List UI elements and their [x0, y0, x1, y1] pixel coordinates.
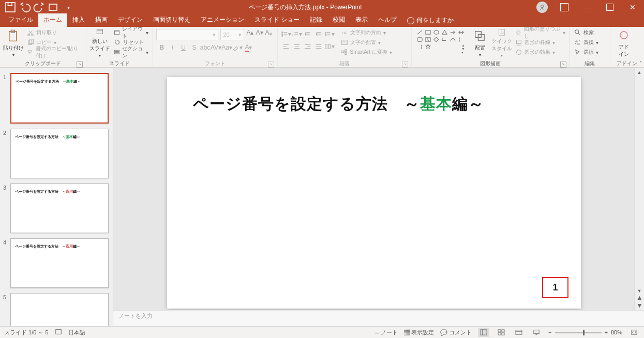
increase-indent-icon[interactable]	[313, 29, 324, 39]
strike-icon[interactable]: S	[189, 42, 199, 53]
italic-icon[interactable]: I	[167, 42, 177, 53]
font-size-select[interactable]: 20▾	[220, 29, 244, 40]
shape-roundrect-icon[interactable]	[416, 36, 423, 42]
shadow-icon[interactable]: abc	[200, 42, 210, 53]
justify-icon[interactable]	[313, 41, 324, 52]
vertical-scrollbar[interactable]: ▲ ▼ ⯅ ⯆	[634, 68, 644, 310]
slide-canvas[interactable]: ページ番号を設定する方法 ～基本編～ 1	[167, 77, 581, 309]
close-icon[interactable]: ✕	[621, 0, 644, 14]
bold-icon[interactable]: B	[156, 42, 167, 53]
start-from-beginning-icon[interactable]	[48, 1, 60, 13]
display-settings-button[interactable]: ▦ 表示設定	[404, 329, 434, 336]
text-direction-button[interactable]: ↕A文字列の方向 ▾	[340, 28, 393, 37]
minimize-icon[interactable]: ―	[576, 0, 598, 14]
shape-textbox-icon[interactable]: A	[424, 36, 431, 42]
addins-button[interactable]: アド イン	[613, 28, 634, 58]
shape-star-icon[interactable]	[424, 43, 431, 50]
gallery-up-icon[interactable]: ▲	[461, 43, 468, 47]
sorter-view-icon[interactable]	[496, 328, 507, 337]
fit-window-icon[interactable]	[628, 328, 640, 337]
line-spacing-icon[interactable]: ▾	[324, 29, 335, 39]
thumbnail-slide-3[interactable]: 3ページ番号を設定する方法 ～応用編～	[3, 183, 109, 233]
shape-doublearrow-icon[interactable]	[457, 29, 465, 35]
font-dialog-icon[interactable]: ↘	[268, 62, 274, 68]
shape-effects-button[interactable]: 図形の効果 ▾	[514, 48, 566, 57]
section-button[interactable]: セクション ▾	[113, 48, 150, 57]
notes-toggle[interactable]: ≐ ノート	[375, 329, 398, 336]
smartart-button[interactable]: SmartArt に変換 ▾	[340, 48, 393, 57]
cut-button[interactable]: 切り取り	[26, 28, 83, 37]
slide-indicator[interactable]: スライド 1/0 ～ 5	[4, 329, 49, 336]
zoom-out-icon[interactable]: −	[548, 329, 551, 335]
scroll-down-icon[interactable]: ▼	[637, 288, 642, 294]
align-right-icon[interactable]	[303, 41, 313, 52]
decrease-indent-icon[interactable]	[303, 29, 313, 39]
shape-ellipse-icon[interactable]	[432, 29, 440, 35]
notes-pane[interactable]: ノートを入力	[113, 310, 644, 326]
comments-button[interactable]: 💬 コメント	[440, 329, 472, 336]
drawing-dialog-icon[interactable]: ↘	[560, 62, 566, 68]
zoom-in-icon[interactable]: +	[605, 329, 608, 335]
tab-view[interactable]: 表示	[350, 13, 373, 27]
tab-review[interactable]: 校閲	[327, 13, 350, 27]
shape-triangle-icon[interactable]	[441, 29, 448, 35]
thumbnail-slide-4[interactable]: 4ページ番号を設定する方法 ～応用編～	[3, 238, 109, 288]
tab-help[interactable]: ヘルプ	[373, 13, 402, 27]
tab-animations[interactable]: アニメーション	[196, 13, 249, 27]
clipboard-dialog-icon[interactable]: ↘	[77, 62, 83, 68]
quick-styles-button[interactable]: Ab クイック スタイル▾	[491, 28, 512, 58]
scroll-up-icon[interactable]: ▲	[637, 70, 642, 75]
maximize-icon[interactable]	[598, 0, 621, 14]
thumbnail-slide-2[interactable]: 2ページ番号を設定する方法 ～基本編～	[3, 129, 109, 178]
replace-button[interactable]: abac置換 ▾	[573, 38, 600, 47]
find-button[interactable]: 検索	[573, 28, 600, 37]
shapes-gallery[interactable]: A ▲▼▾	[415, 28, 469, 58]
language-indicator[interactable]: 日本語	[68, 329, 85, 336]
font-color-icon[interactable]: A▾	[243, 42, 253, 53]
slide-title[interactable]: ページ番号を設定する方法 ～基本編～	[193, 94, 484, 115]
thumbnail-slide-5[interactable]: 5	[3, 293, 109, 326]
shape-line-icon[interactable]	[416, 29, 423, 35]
font-name-select[interactable]: ▾	[156, 29, 218, 40]
format-painter-button[interactable]: 書式のコピー/貼り付け	[26, 48, 83, 57]
redo-icon[interactable]	[33, 1, 46, 13]
shape-brace-icon[interactable]	[457, 36, 465, 42]
tab-record[interactable]: 記録	[305, 13, 327, 27]
gallery-more-icon[interactable]: ▾	[461, 51, 468, 55]
paste-button[interactable]: 貼り付け ▾	[3, 28, 24, 58]
gallery-down-icon[interactable]: ▼	[461, 47, 468, 51]
next-slide-icon[interactable]: ⯆	[637, 303, 642, 308]
zoom-value[interactable]: 80%	[611, 329, 622, 335]
bullets-icon[interactable]: ▾	[281, 29, 291, 39]
tab-draw[interactable]: 描画	[90, 13, 113, 27]
account-avatar[interactable]	[536, 2, 548, 13]
new-slide-button[interactable]: 新しい スライド ▾	[89, 28, 111, 58]
tell-me[interactable]: 何をしますか	[402, 14, 459, 27]
char-spacing-icon[interactable]: AV▾	[211, 42, 221, 53]
align-text-button[interactable]: 文字の配置 ▾	[340, 38, 393, 47]
shape-fill-button[interactable]: 図形の塗りつぶし ▾	[514, 28, 566, 37]
numbering-icon[interactable]: 12▾	[292, 29, 302, 39]
select-button[interactable]: 選択 ▾	[573, 48, 600, 57]
layout-button[interactable]: レイアウト ▾	[113, 28, 150, 37]
grow-font-icon[interactable]: A▴	[246, 29, 253, 40]
tab-file[interactable]: ファイル	[3, 13, 38, 27]
highlight-icon[interactable]: ▾	[232, 42, 243, 53]
spellcheck-icon[interactable]	[55, 328, 62, 336]
shape-brace2-icon[interactable]	[416, 43, 423, 50]
align-left-icon[interactable]	[281, 41, 291, 52]
shape-arrow-icon[interactable]	[449, 29, 456, 35]
reading-view-icon[interactable]	[513, 328, 525, 337]
zoom-slider[interactable]	[555, 332, 602, 333]
shape-rect-icon[interactable]	[424, 29, 431, 35]
normal-view-icon[interactable]	[478, 328, 489, 337]
paragraph-dialog-icon[interactable]: ↘	[402, 62, 408, 68]
ribbon-display-icon[interactable]	[553, 0, 576, 14]
tab-slideshow[interactable]: スライド ショー	[249, 13, 305, 27]
align-center-icon[interactable]	[292, 41, 302, 52]
prev-slide-icon[interactable]: ⯅	[637, 296, 642, 301]
change-case-icon[interactable]: Aa▾	[221, 42, 232, 53]
zoom-control[interactable]: − + 80%	[548, 329, 622, 335]
tab-home[interactable]: ホーム	[38, 13, 67, 27]
shrink-font-icon[interactable]: A▾	[256, 29, 263, 40]
